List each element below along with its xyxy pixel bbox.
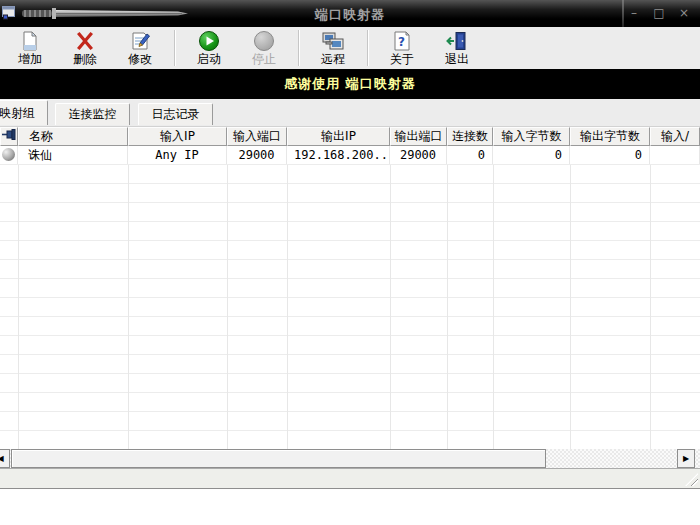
resize-grip-icon[interactable] [685,473,698,486]
grid-line [447,165,448,449]
scrollbar-thumb[interactable] [11,449,546,468]
cell-extra [650,146,700,164]
stop-button-label: 停止 [252,52,276,67]
toolbar: 增加 删除 修改 [0,27,700,69]
tab-log[interactable]: 日志记录 [138,103,213,125]
exit-door-icon [446,29,468,52]
column-header-input-port[interactable]: 输入端口 [227,127,287,146]
close-button[interactable]: × [676,5,692,21]
table-row[interactable]: 诛仙 Any IP 29000 192.168.200... 29000 0 0… [0,146,700,165]
column-header-bytes-out[interactable]: 输出字节数 [570,127,650,146]
exit-button[interactable]: 退出 [433,29,481,69]
maximize-button[interactable]: □ [651,5,667,21]
remote-button[interactable]: 远程 [309,29,357,69]
banner: 感谢使用 端口映射器 [0,69,700,99]
pin-column-header[interactable] [0,127,18,146]
cell-input-ip: Any IP [128,146,227,164]
row-status-cell [0,146,18,164]
column-header-name[interactable]: 名称 [18,127,128,146]
about-question-icon: ? [391,29,413,52]
delete-cross-icon [74,29,96,52]
modify-button-label: 修改 [128,52,152,67]
exit-button-label: 退出 [445,52,469,67]
add-button[interactable]: 增加 [6,29,54,69]
column-header-output-ip[interactable]: 输出IP [287,127,390,146]
titlebar[interactable]: 端口映射器 – □ × [0,0,700,27]
tab-mapping-group[interactable]: 映射组 [0,100,48,125]
column-header-input-ip[interactable]: 输入IP [128,127,227,146]
grid-line [390,165,391,449]
about-button-label: 关于 [390,52,414,67]
cell-output-ip: 192.168.200... [287,146,390,164]
banner-text: 感谢使用 端口映射器 [284,75,416,93]
tab-connection-monitor[interactable]: 连接监控 [55,103,130,125]
add-button-label: 增加 [18,52,42,67]
grid-line [287,165,288,449]
toolbar-separator [367,30,369,66]
svg-text:?: ? [398,34,405,48]
toolbar-separator [298,30,300,66]
stop-button[interactable]: 停止 [240,29,288,69]
table-header: 名称 输入IP 输入端口 输出IP 输出端口 连接数 输入字节数 输出字节数 输… [0,127,700,146]
status-bar [0,468,700,489]
start-button-label: 启动 [197,52,221,67]
column-header-bytes-in[interactable]: 输入字节数 [493,127,570,146]
empty-grid [0,165,700,449]
cell-bytes-out: 0 [570,146,650,164]
window-title: 端口映射器 [0,6,700,24]
cell-name: 诛仙 [18,146,128,164]
about-button[interactable]: ? 关于 [378,29,426,69]
start-button[interactable]: 启动 [185,29,233,69]
grid-line [650,165,651,449]
grid-line [493,165,494,449]
grid-line [227,165,228,449]
gray-sphere-icon [2,148,15,161]
modify-button[interactable]: 修改 [116,29,164,69]
remote-button-label: 远程 [321,52,345,67]
delete-button[interactable]: 删除 [61,29,109,69]
add-document-icon [19,29,41,52]
toolbar-separator [174,30,176,66]
column-header-output-port[interactable]: 输出端口 [390,127,447,146]
remote-computers-icon [321,29,345,52]
edit-document-icon [129,29,151,52]
horizontal-scrollbar[interactable]: ◀ ▶ [0,449,700,468]
scroll-left-button[interactable]: ◀ [0,449,10,468]
tab-strip: 映射组 连接监控 日志记录 [0,99,700,127]
delete-button-label: 删除 [73,52,97,67]
grid-line [18,165,19,449]
minimize-button[interactable]: – [626,5,642,21]
start-play-icon [198,29,220,52]
scroll-right-button[interactable]: ▶ [677,449,695,468]
cell-output-port: 29000 [390,146,447,164]
pushpin-icon [2,128,17,141]
column-header-connections[interactable]: 连接数 [447,127,493,146]
cell-input-port: 29000 [227,146,287,164]
cell-bytes-in: 0 [493,146,570,164]
grid-line [570,165,571,449]
stop-circle-icon [253,29,275,52]
grid-line [128,165,129,449]
cell-connections: 0 [447,146,493,164]
app-window: 端口映射器 – □ × 增加 删除 [0,0,700,489]
column-header-truncated[interactable]: 输入/ [650,127,700,146]
mapping-table: 名称 输入IP 输入端口 输出IP 输出端口 连接数 输入字节数 输出字节数 输… [0,127,700,449]
